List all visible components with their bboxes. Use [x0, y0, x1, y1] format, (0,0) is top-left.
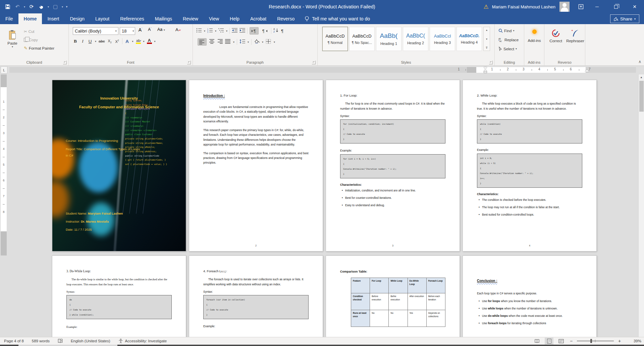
select-button[interactable]: Select▾ [497, 45, 520, 53]
tab-review[interactable]: Review [177, 13, 204, 24]
paste-button[interactable]: Paste ▾ [3, 27, 21, 59]
addins-button[interactable]: Add-ins [524, 24, 544, 56]
show-paragraph-marks-button[interactable]: ¶ [281, 28, 283, 34]
align-right-button[interactable] [217, 39, 223, 45]
page-4-while-loop[interactable]: 2. While Loop: The while loop executes a… [463, 80, 597, 251]
page-7-comparison-table[interactable]: Comparison Table: Feature For Loop While… [326, 255, 460, 337]
tab-home[interactable]: Home [18, 13, 42, 24]
ltr-text-direction-button[interactable]: ¶ [250, 27, 259, 35]
scroll-up-icon[interactable]: ▲ [639, 74, 644, 80]
first-line-indent-marker[interactable] [484, 67, 487, 69]
decrease-indent-button[interactable] [232, 28, 237, 34]
page-indicator[interactable]: Page 4 of 8 [4, 339, 24, 343]
tab-help[interactable]: Help [224, 13, 245, 24]
tab-references[interactable]: References [115, 13, 150, 24]
style-no-spacing[interactable]: AaBbCcD ¶ No Spac... [349, 27, 375, 51]
font-name-dropdown-icon[interactable]: ▾ [114, 30, 118, 33]
numbered-list-dropdown-icon[interactable]: ▾ [215, 30, 216, 33]
restore-button[interactable] [606, 0, 625, 13]
tab-insert[interactable]: Insert [42, 13, 64, 24]
font-color-button[interactable]: A [147, 39, 152, 44]
align-left-button[interactable] [198, 38, 207, 46]
font-color-dropdown-icon[interactable]: ▾ [154, 40, 156, 43]
tab-file[interactable]: File [0, 13, 18, 24]
shading-button[interactable] [254, 39, 260, 45]
clipboard-dialog-launcher-icon[interactable] [63, 61, 67, 64]
avatar[interactable] [559, 2, 570, 12]
justify-button[interactable] [225, 39, 231, 45]
vertical-ruler[interactable]: 1 2 3 4 5 6 7 8 [1, 74, 7, 255]
line-spacing-button[interactable] [239, 39, 245, 45]
rephraser-button[interactable]: Rephraser [565, 25, 585, 58]
correct-button[interactable]: Correct [546, 25, 565, 58]
horizontal-ruler[interactable]: 1 1 2 3 4 5 6 7 [9, 67, 636, 73]
style-heading-4[interactable]: AaBbCcD. Heading 4 [457, 27, 482, 51]
styles-dialog-launcher-icon[interactable] [489, 61, 493, 64]
style-heading-2[interactable]: AaBbC( Heading 2 [403, 27, 428, 51]
shading-dropdown-icon[interactable]: ▾ [262, 41, 263, 44]
tab-reverso[interactable]: Reverso [272, 13, 300, 24]
page-2-introduction[interactable]: Introduction : Loops are fundamental con… [189, 80, 323, 251]
font-size-input[interactable] [120, 28, 131, 34]
bullet-list-dropdown-icon[interactable]: ▾ [204, 30, 205, 33]
styles-gallery-scroll[interactable]: ▴ ▾ ⊽ [483, 27, 490, 51]
line-spacing-dropdown-icon[interactable]: ▾ [248, 41, 249, 44]
zoom-level[interactable]: 39% [630, 339, 641, 343]
grow-font-button[interactable]: Aˆ [138, 27, 143, 33]
tell-me-box[interactable]: Tell me what you want to do [300, 13, 375, 24]
italic-button[interactable]: I [80, 39, 85, 44]
read-mode-button[interactable] [533, 338, 541, 345]
print-layout-button[interactable] [545, 338, 553, 345]
strikethrough-button[interactable]: abc [99, 39, 105, 43]
font-size-dropdown-icon[interactable]: ▾ [131, 30, 135, 33]
gallery-more-icon[interactable]: ⊽ [486, 46, 488, 49]
style-normal[interactable]: AaBbCcD ¶ Normal [322, 27, 348, 51]
shrink-font-button[interactable]: Aˇ [147, 27, 152, 32]
text-effects-button[interactable]: A [125, 39, 130, 44]
tab-view[interactable]: View [204, 13, 224, 24]
borders-button[interactable] [266, 39, 271, 45]
underline-dropdown-icon[interactable]: ▾ [95, 40, 96, 43]
user-name[interactable]: Mariam Faisal Mahmoud Lashen [492, 4, 555, 9]
sort-button[interactable]: AZ [273, 28, 279, 34]
gallery-down-icon[interactable]: ▾ [486, 38, 487, 41]
zoom-slider[interactable] [577, 341, 614, 341]
multilevel-list-dropdown-icon[interactable]: ▾ [226, 30, 227, 33]
cut-button[interactable]: ✂Cut [23, 27, 55, 35]
numbered-list-button[interactable]: 123 [207, 28, 213, 34]
accessibility-icon[interactable] [118, 339, 123, 343]
borders-dropdown-icon[interactable]: ▾ [274, 41, 275, 44]
increase-indent-button[interactable] [239, 28, 245, 34]
share-button[interactable]: Share ▾ [610, 14, 639, 23]
multilevel-list-button[interactable] [218, 28, 224, 34]
zoom-slider-thumb[interactable] [590, 339, 592, 343]
collapse-ribbon-button[interactable]: ∧ [638, 59, 641, 64]
align-center-button[interactable] [209, 39, 215, 45]
bullet-list-button[interactable] [196, 28, 202, 34]
page-1-cover[interactable]: using System; using System.Data; namespa… [52, 80, 186, 251]
highlight-dropdown-icon[interactable]: ▾ [143, 40, 145, 43]
left-indent-marker[interactable] [484, 71, 487, 73]
bold-button[interactable]: B [73, 39, 78, 44]
subscript-button[interactable]: X2 [107, 39, 112, 44]
change-case-button[interactable]: Aa ▾ [157, 27, 165, 32]
proofing-icon[interactable] [58, 339, 63, 343]
underline-button[interactable]: U [88, 39, 93, 44]
scrollbar-thumb[interactable] [639, 81, 644, 112]
page-5-do-while-loop[interactable]: 3. Do-While Loop: The do-while loop is s… [52, 255, 186, 337]
accessibility-status[interactable]: Accessibility: Investigate [125, 339, 167, 343]
ribbon-display-options-icon[interactable] [574, 0, 588, 13]
superscript-button[interactable]: X2 [115, 39, 120, 44]
font-name-combo[interactable]: ▾ [73, 27, 118, 35]
tab-mailings[interactable]: Mailings [150, 13, 177, 24]
close-button[interactable]: ✕ [625, 0, 644, 13]
page-3-for-loop[interactable]: 1. For Loop: The for loop is one of the … [326, 80, 460, 251]
font-size-combo[interactable]: ▾ [120, 27, 135, 35]
zoom-in-button[interactable]: + [617, 338, 622, 344]
tab-design[interactable]: Design [64, 13, 90, 24]
font-name-input[interactable] [73, 28, 114, 34]
copy-button[interactable]: Copy [23, 36, 55, 44]
text-effects-dropdown-icon[interactable]: ▾ [132, 40, 133, 43]
minimize-button[interactable]: ─ [588, 0, 606, 13]
font-dialog-launcher-icon[interactable] [187, 61, 191, 64]
